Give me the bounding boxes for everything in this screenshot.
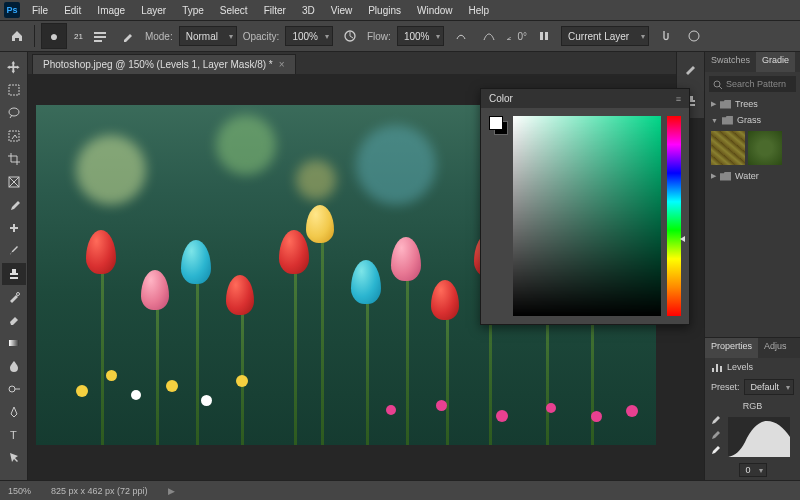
status-bar: 150% 825 px x 462 px (72 ppi) ▶	[0, 480, 800, 500]
menu-window[interactable]: Window	[410, 3, 460, 18]
panel-menu-icon[interactable]: ≡	[676, 94, 681, 104]
adjustment-type: Levels	[727, 362, 753, 372]
close-tab-icon[interactable]: ×	[279, 59, 285, 70]
svg-rect-2	[94, 40, 102, 42]
svg-point-15	[16, 293, 19, 296]
hue-slider[interactable]	[667, 116, 681, 316]
gradient-tool[interactable]	[2, 332, 26, 354]
frame-tool[interactable]	[2, 171, 26, 193]
fg-bg-swatch[interactable]	[489, 116, 507, 134]
airbrush-icon[interactable]	[450, 25, 472, 47]
document-tab-title: Photoshop.jpeg @ 150% (Levels 1, Layer M…	[43, 59, 273, 70]
zoom-level[interactable]: 150%	[8, 486, 31, 496]
levels-icon	[711, 361, 723, 373]
svg-point-6	[689, 31, 699, 41]
type-tool[interactable]: T	[2, 424, 26, 446]
svg-rect-14	[13, 224, 15, 232]
menu-3d[interactable]: 3D	[295, 3, 322, 18]
svg-rect-0	[94, 32, 106, 34]
group-grass[interactable]: ▼Grass	[705, 112, 800, 128]
home-icon[interactable]	[6, 25, 28, 47]
ps-logo: Ps	[4, 2, 20, 18]
brush-settings-icon[interactable]	[89, 25, 111, 47]
brush-tool[interactable]	[2, 240, 26, 262]
menu-view[interactable]: View	[324, 3, 360, 18]
tab-properties[interactable]: Properties	[705, 338, 758, 358]
document-tab[interactable]: Photoshop.jpeg @ 150% (Levels 1, Layer M…	[32, 54, 296, 74]
group-trees[interactable]: ▶Trees	[705, 96, 800, 112]
folder-icon	[722, 116, 733, 125]
svg-rect-23	[716, 364, 718, 372]
document-tabs: Photoshop.jpeg @ 150% (Levels 1, Layer M…	[28, 52, 704, 74]
channel-label[interactable]: RGB	[743, 401, 763, 411]
options-bar: ● 21 Mode: Normal Opacity: 100% Flow: 10…	[0, 20, 800, 52]
menu-plugins[interactable]: Plugins	[361, 3, 408, 18]
opacity-select[interactable]: 100%	[285, 26, 333, 46]
document-dims: 825 px x 462 px (72 ppi)	[51, 486, 148, 496]
collapsed-brush-icon[interactable]	[680, 58, 702, 80]
history-brush-tool[interactable]	[2, 286, 26, 308]
eyedropper-gray-icon[interactable]	[709, 429, 720, 440]
svg-rect-1	[94, 36, 106, 38]
lasso-tool[interactable]	[2, 102, 26, 124]
pressure-opacity-icon[interactable]	[339, 25, 361, 47]
eyedropper-black-icon[interactable]	[709, 414, 720, 425]
menu-file[interactable]: File	[25, 3, 55, 18]
svg-rect-24	[720, 366, 722, 372]
tab-swatches[interactable]: Swatches	[705, 52, 756, 72]
pattern-search[interactable]: Search Pattern	[709, 76, 796, 92]
blend-mode-select[interactable]: Normal	[179, 26, 237, 46]
eraser-tool[interactable]	[2, 309, 26, 331]
sample-layer-select[interactable]: Current Layer	[561, 26, 649, 46]
brush-panel-icon[interactable]	[117, 25, 139, 47]
eyedropper-white-icon[interactable]	[709, 444, 720, 455]
tab-adjustments[interactable]: Adjus	[758, 338, 793, 358]
right-panels: Swatches Gradie Search Pattern ▶Trees ▼G…	[704, 52, 800, 480]
menu-type[interactable]: Type	[175, 3, 211, 18]
object-select-tool[interactable]	[2, 125, 26, 147]
stamp-tool[interactable]	[2, 263, 26, 285]
pen-tool[interactable]	[2, 401, 26, 423]
color-panel[interactable]: Color ≡	[480, 88, 690, 325]
menu-bar: Ps File Edit Image Layer Type Select Fil…	[0, 0, 800, 20]
menu-filter[interactable]: Filter	[257, 3, 293, 18]
menu-image[interactable]: Image	[90, 3, 132, 18]
menu-help[interactable]: Help	[462, 3, 497, 18]
marquee-tool[interactable]	[2, 79, 26, 101]
smoothing-icon[interactable]	[478, 25, 500, 47]
svg-rect-7	[9, 85, 19, 95]
blur-tool[interactable]	[2, 355, 26, 377]
symmetry-icon[interactable]	[533, 25, 555, 47]
finger-icon[interactable]	[655, 25, 677, 47]
pattern-thumb[interactable]	[748, 131, 782, 165]
brush-size: 21	[74, 32, 83, 41]
svg-point-17	[9, 386, 15, 392]
color-field[interactable]	[513, 116, 661, 316]
svg-text:T: T	[10, 429, 17, 441]
shadow-input[interactable]: 0	[739, 463, 767, 477]
eyedropper-tool[interactable]	[2, 194, 26, 216]
properties-tabs: Properties Adjus	[705, 338, 800, 358]
flow-label: Flow:	[367, 31, 391, 42]
pattern-thumb[interactable]	[711, 131, 745, 165]
preset-select[interactable]: Default	[744, 379, 794, 395]
path-select-tool[interactable]	[2, 447, 26, 469]
group-water[interactable]: ▶Water	[705, 168, 800, 184]
svg-line-21	[719, 86, 722, 89]
menu-edit[interactable]: Edit	[57, 3, 88, 18]
healing-tool[interactable]	[2, 217, 26, 239]
tools-panel: T	[0, 52, 28, 480]
svg-rect-16	[9, 340, 19, 346]
flow-select[interactable]: 100%	[397, 26, 445, 46]
tab-gradients[interactable]: Gradie	[756, 52, 795, 72]
svg-point-8	[9, 108, 19, 116]
crop-tool[interactable]	[2, 148, 26, 170]
menu-layer[interactable]: Layer	[134, 3, 173, 18]
pressure-size-icon[interactable]	[683, 25, 705, 47]
move-tool[interactable]	[2, 56, 26, 78]
dodge-tool[interactable]	[2, 378, 26, 400]
angle-value: 0°	[517, 31, 527, 42]
histogram[interactable]	[728, 417, 790, 457]
menu-select[interactable]: Select	[213, 3, 255, 18]
brush-preview[interactable]: ●	[41, 23, 67, 49]
